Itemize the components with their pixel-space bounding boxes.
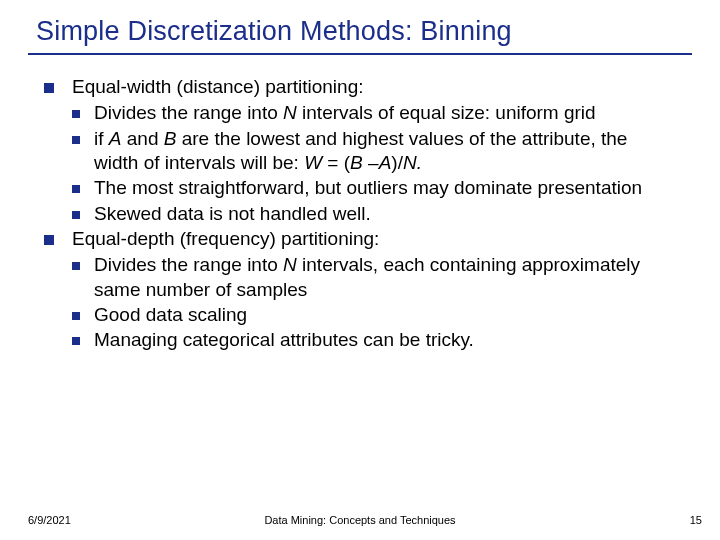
sub-text: The most straightforward, but outliers m… [94, 176, 642, 200]
bullet-text: Equal-width (distance) partitioning: [72, 75, 364, 99]
sub-text: Good data scaling [94, 303, 247, 327]
sub-bullet: Divides the range into N intervals, each… [72, 253, 676, 302]
square-bullet-icon [72, 262, 80, 270]
square-bullet-icon [72, 211, 80, 219]
square-bullet-icon [72, 337, 80, 345]
square-bullet-icon [72, 110, 80, 118]
bullet-equal-width: Equal-width (distance) partitioning: [44, 75, 676, 99]
square-bullet-icon [72, 185, 80, 193]
sub-bullet: Skewed data is not handled well. [72, 202, 676, 226]
sub-bullet: Divides the range into N intervals of eq… [72, 101, 676, 125]
sub-text: Divides the range into N intervals of eq… [94, 101, 596, 125]
sub-bullet: Good data scaling [72, 303, 676, 327]
sub-text: if A and B are the lowest and highest va… [94, 127, 676, 176]
bullet-text: Equal-depth (frequency) partitioning: [72, 227, 379, 251]
bullet-equal-depth: Equal-depth (frequency) partitioning: [44, 227, 676, 251]
slide-body: Equal-width (distance) partitioning: Div… [0, 55, 720, 352]
slide: Simple Discretization Methods: Binning E… [0, 0, 720, 540]
square-bullet-icon [72, 312, 80, 320]
footer-title: Data Mining: Concepts and Techniques [0, 514, 720, 526]
sub-bullet: Managing categorical attributes can be t… [72, 328, 676, 352]
sub-bullet: The most straightforward, but outliers m… [72, 176, 676, 200]
square-bullet-icon [44, 83, 54, 93]
square-bullet-icon [72, 136, 80, 144]
sub-text: Skewed data is not handled well. [94, 202, 371, 226]
slide-title: Simple Discretization Methods: Binning [0, 0, 720, 53]
square-bullet-icon [44, 235, 54, 245]
sub-text: Divides the range into N intervals, each… [94, 253, 676, 302]
sub-text: Managing categorical attributes can be t… [94, 328, 474, 352]
slide-number: 15 [690, 514, 702, 526]
sub-bullet: if A and B are the lowest and highest va… [72, 127, 676, 176]
